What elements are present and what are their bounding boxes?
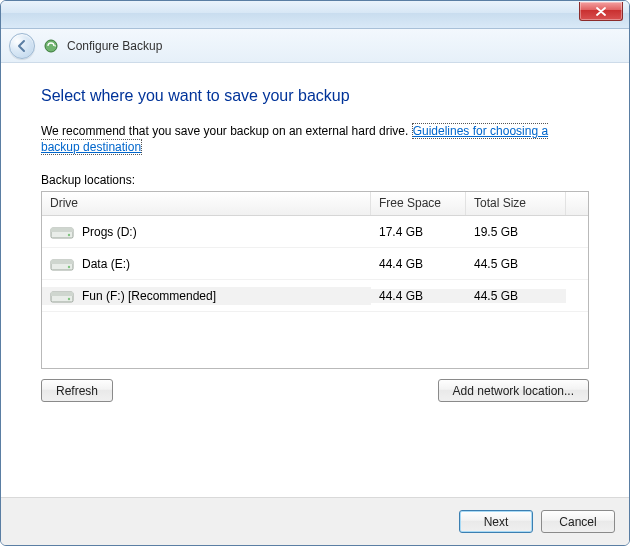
- column-header-total[interactable]: Total Size: [466, 192, 566, 215]
- titlebar: [1, 1, 629, 29]
- cell-total-size: 44.5 GB: [466, 289, 566, 303]
- hard-drive-icon: [50, 255, 74, 273]
- close-icon: [596, 7, 606, 16]
- page-heading: Select where you want to save your backu…: [41, 87, 589, 105]
- column-header-spare: [566, 192, 588, 215]
- cancel-button[interactable]: Cancel: [541, 510, 615, 533]
- hard-drive-icon: [50, 223, 74, 241]
- locations-label: Backup locations:: [41, 173, 589, 187]
- hard-drive-icon: [50, 287, 74, 305]
- cell-total-size: 44.5 GB: [466, 257, 566, 271]
- cell-drive: Fun (F:) [Recommended]: [42, 287, 371, 305]
- window-close-button[interactable]: [579, 2, 623, 21]
- drive-name: Data (E:): [82, 257, 130, 271]
- table-row[interactable]: Fun (F:) [Recommended]44.4 GB44.5 GB: [42, 280, 588, 312]
- nav-header: Configure Backup: [1, 29, 629, 63]
- cell-total-size: 19.5 GB: [466, 225, 566, 239]
- add-network-location-button[interactable]: Add network location...: [438, 379, 589, 402]
- svg-rect-8: [51, 292, 73, 296]
- column-header-drive[interactable]: Drive: [42, 192, 371, 215]
- wizard-window: Configure Backup Select where you want t…: [0, 0, 630, 546]
- back-arrow-icon: [15, 39, 29, 53]
- column-header-free[interactable]: Free Space: [371, 192, 466, 215]
- svg-point-6: [68, 266, 70, 268]
- drive-name: Fun (F:) [Recommended]: [82, 289, 216, 303]
- svg-rect-2: [51, 228, 73, 232]
- grid-body: Progs (D:)17.4 GB19.5 GBData (E:)44.4 GB…: [42, 216, 588, 312]
- locations-grid: Drive Free Space Total Size Progs (D:)17…: [41, 191, 589, 369]
- cell-drive: Progs (D:): [42, 223, 371, 241]
- recommend-text: We recommend that you save your backup o…: [41, 123, 589, 155]
- cell-drive: Data (E:): [42, 255, 371, 273]
- next-button[interactable]: Next: [459, 510, 533, 533]
- svg-point-3: [68, 234, 70, 236]
- grid-header: Drive Free Space Total Size: [42, 192, 588, 216]
- svg-point-9: [68, 298, 70, 300]
- content-area: Select where you want to save your backu…: [1, 63, 629, 497]
- recommend-prefix: We recommend that you save your backup o…: [41, 124, 412, 138]
- table-row[interactable]: Data (E:)44.4 GB44.5 GB: [42, 248, 588, 280]
- wizard-title: Configure Backup: [67, 39, 162, 53]
- cell-free-space: 44.4 GB: [371, 257, 466, 271]
- svg-rect-5: [51, 260, 73, 264]
- cell-free-space: 44.4 GB: [371, 289, 466, 303]
- table-row[interactable]: Progs (D:)17.4 GB19.5 GB: [42, 216, 588, 248]
- cell-free-space: 17.4 GB: [371, 225, 466, 239]
- refresh-button[interactable]: Refresh: [41, 379, 113, 402]
- back-button[interactable]: [9, 33, 35, 59]
- app-icon: [43, 38, 59, 54]
- wizard-footer: Next Cancel: [1, 497, 629, 545]
- grid-action-row: Refresh Add network location...: [41, 379, 589, 402]
- drive-name: Progs (D:): [82, 225, 137, 239]
